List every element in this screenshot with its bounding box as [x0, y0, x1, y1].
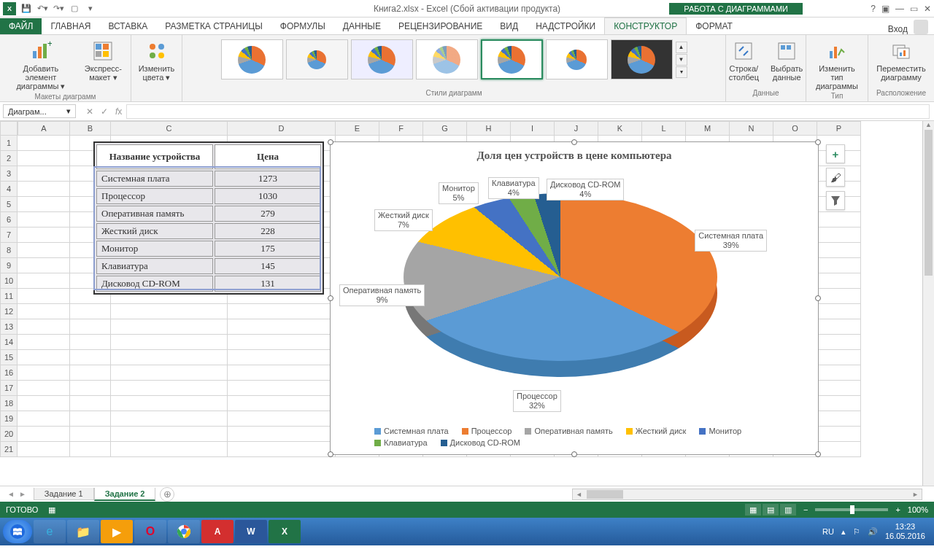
- column-header[interactable]: A: [18, 121, 70, 136]
- table-row[interactable]: Дисковод CD-ROM131: [96, 276, 321, 292]
- tab-data[interactable]: ДАННЫЕ: [334, 18, 390, 34]
- name-box[interactable]: Диаграм...▾: [3, 104, 76, 118]
- chart-style-4[interactable]: [416, 39, 478, 79]
- row-header[interactable]: 3: [0, 166, 18, 182]
- row-header[interactable]: 11: [0, 289, 18, 304]
- new-icon[interactable]: ▢: [69, 3, 80, 15]
- column-header[interactable]: P: [817, 121, 861, 136]
- tab-format[interactable]: ФОРМАТ: [687, 18, 741, 34]
- legend-item[interactable]: Клавиатура: [374, 438, 428, 447]
- row-header[interactable]: 12: [0, 304, 18, 319]
- row-header[interactable]: 20: [0, 427, 18, 442]
- resize-handle[interactable]: [328, 295, 333, 301]
- accept-formula-icon[interactable]: ✓: [101, 106, 108, 117]
- chart-elements-button[interactable]: +: [826, 144, 845, 163]
- user-avatar-icon[interactable]: [914, 20, 928, 34]
- table-row[interactable]: Оперативная память279: [96, 206, 321, 222]
- row-header[interactable]: 18: [0, 396, 18, 411]
- resize-handle[interactable]: [571, 451, 577, 457]
- tab-insert[interactable]: ВСТАВКА: [99, 18, 156, 34]
- data-label[interactable]: Оперативная память9%: [339, 284, 425, 306]
- sheet-nav[interactable]: ◄►: [0, 490, 34, 498]
- column-header[interactable]: B: [70, 121, 111, 136]
- tray-volume-icon[interactable]: 🔊: [868, 527, 878, 537]
- chart-style-5[interactable]: [481, 39, 543, 79]
- resize-handle[interactable]: [815, 451, 821, 457]
- styles-more[interactable]: ▾: [676, 66, 687, 78]
- column-header[interactable]: L: [642, 121, 686, 136]
- sheet-tab-1[interactable]: Задание 1: [34, 488, 94, 500]
- resize-handle[interactable]: [328, 451, 333, 457]
- change-chart-type-button[interactable]: Изменить тип диаграммы: [812, 38, 862, 92]
- maximize-icon[interactable]: ▭: [910, 4, 918, 14]
- legend-item[interactable]: Системная плата: [374, 427, 449, 435]
- row-header[interactable]: 1: [0, 136, 18, 151]
- data-label[interactable]: Клавиатура4%: [488, 177, 539, 199]
- cancel-formula-icon[interactable]: ✕: [86, 106, 93, 117]
- zoom-in-button[interactable]: +: [895, 505, 900, 514]
- row-header[interactable]: 8: [0, 243, 18, 258]
- row-header[interactable]: 21: [0, 442, 18, 457]
- horizontal-scrollbar[interactable]: ◄►: [572, 489, 922, 500]
- data-label[interactable]: Жесткий диск7%: [374, 209, 433, 231]
- help-icon[interactable]: ?: [871, 4, 876, 14]
- taskbar-acrobat[interactable]: A: [201, 520, 234, 543]
- worksheet-grid[interactable]: ABCDEFGHIJKLMNOP 12345678910111213141516…: [0, 121, 934, 486]
- sheet-tab-2[interactable]: Задание 2: [94, 488, 156, 501]
- change-colors-button[interactable]: Изменить цвета ▾: [136, 38, 178, 84]
- chart-style-6[interactable]: [546, 39, 608, 79]
- resize-handle[interactable]: [815, 139, 821, 145]
- row-header[interactable]: 17: [0, 381, 18, 396]
- row-header[interactable]: 13: [0, 319, 18, 335]
- chart-style-3[interactable]: [351, 39, 413, 79]
- view-normal-button[interactable]: ▦: [745, 504, 761, 516]
- styles-scroll-up[interactable]: ▲: [676, 42, 687, 53]
- select-all-corner[interactable]: [0, 121, 18, 136]
- taskbar-word[interactable]: W: [235, 520, 267, 543]
- column-header[interactable]: H: [467, 121, 511, 136]
- close-icon[interactable]: ✕: [924, 4, 931, 14]
- tab-design[interactable]: КОНСТРУКТОР: [604, 18, 687, 34]
- row-header[interactable]: 10: [0, 273, 18, 289]
- tab-file[interactable]: ФАЙЛ: [0, 18, 42, 34]
- column-header[interactable]: O: [773, 121, 817, 136]
- view-page-layout-button[interactable]: ▤: [763, 504, 779, 516]
- column-header[interactable]: G: [423, 121, 467, 136]
- column-header[interactable]: I: [511, 121, 555, 136]
- minimize-icon[interactable]: —: [895, 4, 904, 14]
- table-row[interactable]: Жесткий диск228: [96, 223, 321, 239]
- zoom-out-button[interactable]: −: [803, 505, 808, 514]
- legend-item[interactable]: Монитор: [699, 427, 741, 435]
- qat-dropdown-icon[interactable]: ▾: [85, 3, 96, 15]
- row-header[interactable]: 7: [0, 228, 18, 243]
- table-row[interactable]: Монитор175: [96, 241, 321, 257]
- tab-page-layout[interactable]: РАЗМЕТКА СТРАНИЦЫ: [156, 18, 271, 34]
- column-header[interactable]: N: [730, 121, 773, 136]
- data-label[interactable]: Монитор5%: [439, 182, 479, 204]
- taskbar-chrome[interactable]: [168, 520, 200, 543]
- chart-title[interactable]: Доля цен устройств в цене компьютера: [331, 142, 818, 165]
- resize-handle[interactable]: [328, 139, 333, 145]
- column-header[interactable]: D: [228, 121, 336, 136]
- column-header[interactable]: J: [555, 121, 598, 136]
- move-chart-button[interactable]: Переместить диаграмму: [873, 38, 928, 83]
- quick-layout-button[interactable]: Экспресс- макет ▾: [82, 38, 125, 93]
- chart-style-2[interactable]: [286, 39, 348, 79]
- switch-row-column-button[interactable]: Строка/ столбец: [726, 38, 762, 83]
- zoom-slider[interactable]: [815, 508, 888, 511]
- row-header[interactable]: 16: [0, 365, 18, 381]
- undo-icon[interactable]: ↶▾: [36, 3, 48, 15]
- chart-legend[interactable]: Системная платаПроцессорОперативная памя…: [374, 427, 803, 447]
- add-chart-element-button[interactable]: + Добавить элемент диаграммы ▾: [6, 38, 76, 93]
- row-header[interactable]: 15: [0, 350, 18, 365]
- tab-home[interactable]: ГЛАВНАЯ: [42, 18, 99, 34]
- row-header[interactable]: 4: [0, 182, 18, 197]
- tray-lang[interactable]: RU: [822, 527, 834, 536]
- table-row[interactable]: Процессор1030: [96, 188, 321, 204]
- chart-object[interactable]: Доля цен устройств в цене компьютера Сис…: [330, 141, 819, 455]
- legend-item[interactable]: Оперативная память: [525, 427, 612, 435]
- view-page-break-button[interactable]: ▥: [780, 504, 796, 516]
- row-header[interactable]: 19: [0, 411, 18, 427]
- chart-filter-button[interactable]: [826, 191, 845, 210]
- taskbar-ie[interactable]: e: [34, 520, 66, 543]
